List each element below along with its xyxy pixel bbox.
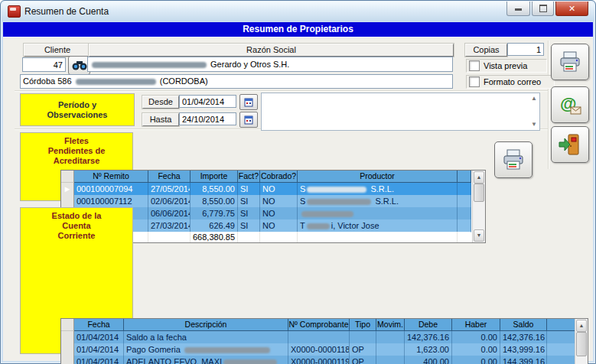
cell: 1,623.00 [405, 343, 452, 356]
cell: 144,399.16 [500, 356, 547, 364]
address-value: Córdoba 586 (CORDOBA) [23, 76, 208, 86]
column-header[interactable]: Nº Remito [74, 171, 148, 183]
column-header[interactable]: Nº Comprobante [288, 319, 350, 331]
column-header[interactable]: Productor [298, 171, 458, 183]
text: Córdoba 586 [23, 76, 74, 86]
column-header[interactable]: Haber [452, 319, 500, 331]
table-row[interactable]: 00010000711202/06/20148,550.00SINOS S.R.… [61, 195, 485, 207]
cell: NO [260, 207, 298, 220]
scroll-up-icon[interactable]: ▲ [530, 95, 538, 102]
cell-spacer [547, 343, 575, 356]
column-header[interactable]: Importe [191, 171, 238, 183]
table-row[interactable]: ►00010000709427/05/20148,550.00SINOS S.R… [61, 183, 485, 195]
page-title: Resumen de Propietarios [3, 22, 593, 37]
scrollbar-thumb[interactable] [474, 184, 484, 202]
row-selector-header [61, 171, 74, 183]
app-icon [8, 5, 21, 18]
formato-correo-option[interactable]: Formato correo [466, 75, 555, 89]
app-window: Resumen de Cuenta ✕ Resumen de Propietar… [0, 0, 596, 364]
printer-icon [501, 148, 526, 171]
cell: SI [238, 207, 260, 220]
column-header[interactable]: Fecha [74, 319, 124, 331]
cell: 0.00 [452, 343, 500, 356]
column-header[interactable]: Fecha [148, 171, 191, 183]
divider [548, 41, 549, 169]
fletes-scrollbar[interactable]: ▲ ▼ [472, 171, 485, 242]
cell: NO [260, 183, 298, 196]
fletes-table-header: Nº RemitoFechaImporteFact?Cobrado?Produc… [61, 171, 485, 183]
column-header[interactable]: Movim. [376, 319, 405, 331]
calendar-icon [244, 98, 253, 107]
scroll-up-icon[interactable]: ▲ [576, 320, 587, 332]
cell: 02/06/2014 [148, 195, 191, 208]
cell-spacer [547, 331, 575, 344]
column-header[interactable]: Fact? [238, 171, 260, 183]
cell: 06/06/2014 [148, 207, 191, 220]
vista-previa-option[interactable]: Vista previa [466, 59, 547, 73]
scroll-up-icon[interactable]: ▲ [474, 171, 484, 184]
desde-date-input[interactable] [179, 95, 236, 108]
estado-table-header: FechaDescripciónNº ComprobanteTipoMovim.… [61, 319, 588, 331]
cell-spacer [458, 207, 471, 220]
cell: 6,779.75 [191, 207, 238, 220]
periodo-section-label: Período y Observaciones [20, 93, 135, 126]
table-row[interactable]: 01/04/2014Saldo a la fecha142,376.160.00… [61, 331, 588, 343]
row-selector-header [61, 319, 74, 331]
desde-button[interactable]: Desde [142, 96, 179, 109]
scroll-down-icon[interactable]: ▼ [474, 229, 484, 242]
cell: 000100007094 [74, 183, 148, 196]
scroll-down-icon[interactable]: ▼ [530, 121, 538, 128]
cell: SI [238, 219, 260, 232]
table-row[interactable]: 01/04/2014Pago Gomeria X0000-00001189OP1… [61, 343, 588, 356]
observaciones-input[interactable] [262, 93, 539, 130]
column-header[interactable]: Saldo [500, 319, 547, 331]
address-field[interactable]: Córdoba 586 (CORDOBA) [20, 74, 453, 89]
email-report-button[interactable]: @ [551, 86, 589, 123]
column-header[interactable]: Tipo [350, 319, 376, 331]
close-icon: ✕ [568, 4, 575, 14]
cell: S S.R.L. [298, 183, 458, 196]
close-button[interactable]: ✕ [555, 2, 588, 16]
column-header[interactable]: Cobrado? [260, 171, 298, 183]
formato-correo-label: Formato correo [484, 77, 541, 86]
scrollbar-thumb[interactable] [576, 332, 587, 356]
redacted-text [301, 211, 353, 217]
minimize-button[interactable] [506, 2, 530, 16]
formato-correo-checkbox[interactable] [469, 76, 480, 87]
text: S [300, 184, 305, 193]
cell: NO [260, 195, 298, 208]
cliente-number-input[interactable] [22, 57, 66, 72]
cell: SI [238, 183, 260, 196]
estado-scrollbar[interactable]: ▲ ▼ [575, 319, 588, 364]
column-header[interactable]: Descripción [124, 319, 288, 331]
exit-button[interactable] [551, 126, 589, 163]
cell: 143,999.16 [500, 343, 547, 356]
window-title: Resumen de Cuenta [24, 6, 109, 17]
estado-table: FechaDescripciónNº ComprobanteTipoMovim.… [60, 318, 588, 364]
table-row[interactable]: 01/04/2014ADELANTO EFVO. MAXIX0000-00001… [61, 356, 588, 364]
print-fletes-button[interactable] [494, 141, 532, 178]
cell: 000100007112 [74, 195, 148, 208]
desde-calendar-button[interactable] [239, 94, 258, 110]
vista-previa-checkbox[interactable] [469, 60, 480, 71]
cell: Saldo a la fecha [124, 331, 288, 344]
print-report-button[interactable] [551, 44, 589, 80]
row-selector [61, 331, 74, 344]
cell: 01/04/2014 [74, 356, 124, 364]
fletes-total-importe: 668,380.85 [191, 232, 238, 243]
cell: 142,376.16 [405, 331, 452, 344]
observaciones-box: ▲ ▼ [261, 93, 540, 131]
row-selector [61, 356, 74, 364]
calendar-icon [244, 115, 253, 125]
column-header[interactable]: Debe [405, 319, 452, 331]
text: S.R.L. [373, 197, 399, 206]
hasta-date-input[interactable] [179, 112, 236, 125]
vista-previa-label: Vista previa [484, 61, 527, 70]
maximize-button[interactable] [532, 2, 554, 16]
cell [350, 331, 376, 344]
hasta-calendar-button[interactable] [239, 112, 258, 128]
redacted-text [223, 359, 277, 364]
razon-social-field[interactable]: Gerardo y Otros S.H. [87, 57, 453, 72]
hasta-button[interactable]: Hasta [142, 113, 179, 126]
copias-input[interactable] [507, 43, 544, 56]
